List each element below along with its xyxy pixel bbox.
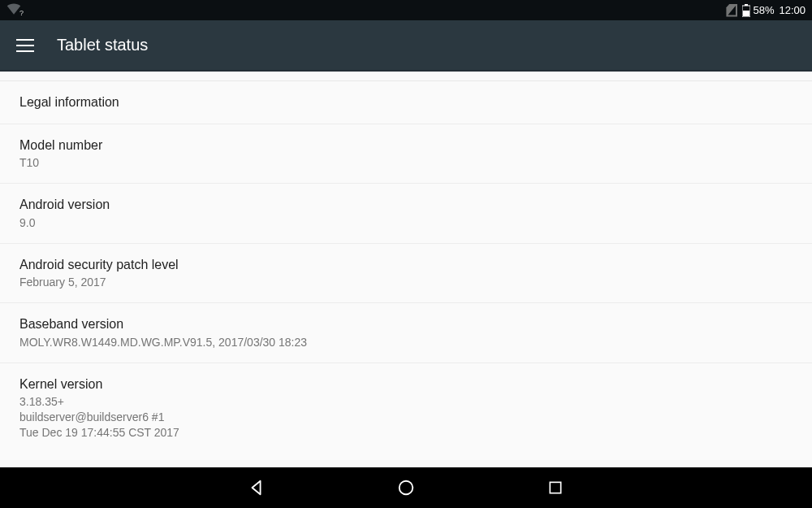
item-subtitle: MOLY.WR8.W1449.MD.WG.MP.V91.5, 2017/03/3… [19, 335, 793, 350]
menu-icon[interactable] [16, 39, 34, 52]
item-title: Baseband version [19, 315, 793, 333]
item-title: Kernel version [19, 376, 793, 393]
item-legal-information[interactable]: Legal information [0, 81, 812, 124]
home-button[interactable] [396, 478, 416, 497]
no-sim-icon [726, 4, 737, 17]
item-subtitle: T10 [19, 155, 793, 171]
svg-rect-4 [550, 482, 560, 493]
battery-icon [742, 4, 750, 17]
item-subtitle: 3.18.35+ buildserver@buildserver6 #1 Tue… [19, 394, 793, 441]
item-baseband-version[interactable]: Baseband version MOLY.WR8.W1449.MD.WG.MP… [0, 303, 812, 363]
battery-indicator: 58% [742, 4, 774, 17]
svg-rect-2 [743, 11, 749, 16]
recents-button[interactable] [546, 478, 565, 497]
wifi-unknown-badge: ? [19, 9, 24, 17]
item-subtitle: February 5, 2017 [19, 275, 793, 290]
settings-list: Legal information Model number T10 Andro… [0, 72, 812, 467]
clock: 12:00 [779, 4, 806, 16]
status-bar: ? 58% 12:00 [0, 0, 812, 20]
navigation-bar [0, 467, 812, 508]
list-gap [0, 72, 812, 81]
item-model-number[interactable]: Model number T10 [0, 124, 812, 184]
item-kernel-version[interactable]: Kernel version 3.18.35+ buildserver@buil… [0, 363, 812, 453]
battery-percent: 58% [753, 4, 774, 16]
item-title: Legal information [19, 93, 793, 111]
page-title: Tablet status [57, 36, 148, 54]
back-button[interactable] [247, 478, 266, 497]
item-security-patch-level[interactable]: Android security patch level February 5,… [0, 244, 812, 303]
item-title: Android version [19, 196, 793, 214]
item-title: Android security patch level [19, 256, 793, 274]
app-bar: Tablet status [0, 20, 812, 72]
item-subtitle: 9.0 [19, 215, 793, 231]
item-android-version[interactable]: Android version 9.0 [0, 184, 812, 243]
item-title: Model number [19, 137, 793, 154]
svg-point-3 [400, 481, 413, 495]
